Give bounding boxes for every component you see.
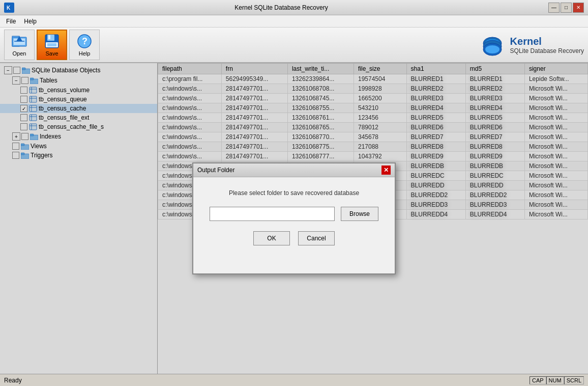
dialog-body: Please select folder to save recovered d… <box>193 177 395 256</box>
minimize-button[interactable]: — <box>548 3 560 13</box>
svg-text:K: K <box>7 5 11 11</box>
ok-button[interactable]: OK <box>253 231 290 245</box>
open-label: Open <box>13 50 26 57</box>
help-label: Help <box>79 50 91 57</box>
scrl-indicator: SCRL <box>564 376 584 384</box>
dialog-close-button[interactable]: ✕ <box>381 166 391 175</box>
svg-text:?: ? <box>82 36 87 46</box>
toolbar: Open Save ? Help Kernel SQLite D <box>0 27 588 63</box>
dialog-title: Output Folder <box>197 167 234 174</box>
menu-bar: File Help <box>0 15 588 27</box>
title-bar: K Kernel SQLite Database Recovery — □ ✕ <box>0 0 588 15</box>
cap-indicator: CAP <box>530 376 546 384</box>
app-icon: K <box>4 3 14 13</box>
save-icon <box>44 33 60 49</box>
num-indicator: NUM <box>546 376 564 384</box>
cancel-button[interactable]: Cancel <box>298 231 335 245</box>
status-bar: Ready CAP NUM SCRL <box>0 374 588 386</box>
dialog-buttons: OK Cancel <box>210 231 378 245</box>
brand-title: Kernel <box>510 36 584 47</box>
brand-logo <box>480 32 505 58</box>
svg-point-16 <box>485 45 499 53</box>
help-icon: ? <box>76 33 93 49</box>
main-content: − SQLite Database Objects − Tables <box>0 63 588 374</box>
output-folder-dialog: Output Folder ✕ Please select folder to … <box>192 162 396 274</box>
open-button[interactable]: Open <box>4 30 35 60</box>
save-button[interactable]: Save <box>37 30 67 60</box>
maximize-button[interactable]: □ <box>561 3 572 13</box>
status-indicators: CAP NUM SCRL <box>530 376 584 384</box>
svg-rect-9 <box>47 43 56 46</box>
save-label: Save <box>45 50 58 57</box>
brand-text: Kernel SQLite Database Recovery <box>510 36 584 54</box>
folder-path-input[interactable] <box>210 207 335 221</box>
window-controls: — □ ✕ <box>548 3 584 13</box>
help-button[interactable]: ? Help <box>69 30 100 60</box>
browse-button[interactable]: Browse <box>341 207 378 221</box>
menu-file[interactable]: File <box>2 17 20 26</box>
svg-rect-7 <box>48 35 50 39</box>
open-icon <box>11 33 27 49</box>
dialog-input-row: Browse <box>210 207 378 221</box>
dialog-overlay: Output Folder ✕ Please select folder to … <box>0 63 588 374</box>
brand: Kernel SQLite Database Recovery <box>480 32 584 58</box>
window-close-button[interactable]: ✕ <box>573 3 584 13</box>
window-title: Kernel SQLite Database Recovery <box>14 4 548 11</box>
dialog-message: Please select folder to save recovered d… <box>210 189 378 197</box>
brand-subtitle: SQLite Database Recovery <box>510 47 584 54</box>
menu-help[interactable]: Help <box>20 17 41 26</box>
status-text: Ready <box>4 377 22 384</box>
dialog-titlebar: Output Folder ✕ <box>193 163 395 177</box>
